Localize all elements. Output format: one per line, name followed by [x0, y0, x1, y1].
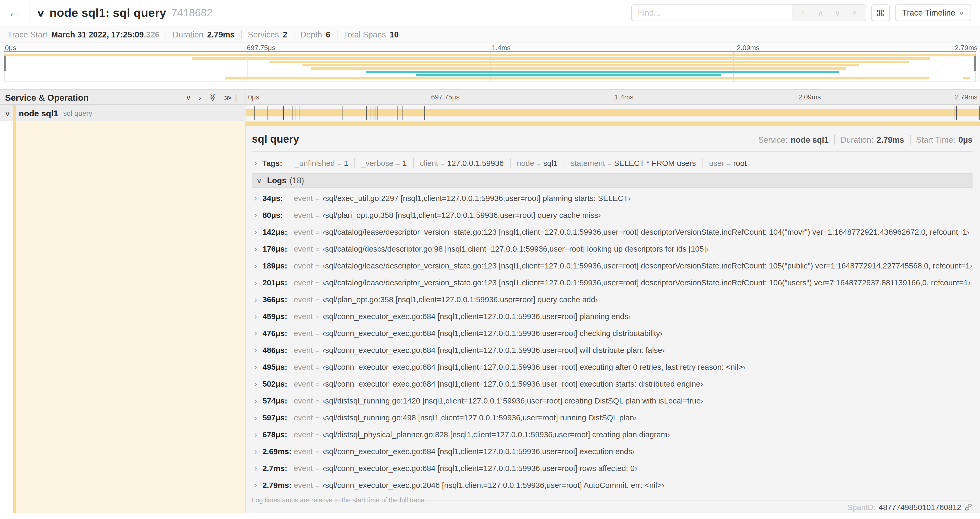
minimap-span-bar: [269, 61, 908, 63]
equals-sign: =: [315, 279, 319, 286]
span-collapse-icon[interactable]: ∨: [4, 109, 11, 117]
log-field-value: ‹sql/conn_executor_exec.go:684 [nsql1,cl…: [323, 363, 746, 371]
meta-label: Start Time:: [916, 135, 955, 145]
trace-id: 7418682: [171, 6, 213, 19]
summary-label: Depth: [300, 30, 322, 39]
log-entry[interactable]: ›189μs:event=‹sql/catalog/lease/descript…: [252, 257, 972, 274]
log-field-key: event: [294, 346, 313, 355]
log-entry[interactable]: ›142μs:event=‹sql/catalog/lease/descript…: [252, 224, 972, 240]
collapse-one-icon[interactable]: ∨: [186, 93, 191, 102]
log-entry[interactable]: ›495μs:event=‹sql/conn_executor_exec.go:…: [252, 358, 972, 375]
span-timeline-cell[interactable]: [245, 105, 980, 121]
log-entry[interactable]: ›476μs:event=‹sql/conn_executor_exec.go:…: [252, 325, 972, 342]
collapse-trace-icon[interactable]: ∨: [37, 8, 45, 18]
log-entry[interactable]: ›459μs:event=‹sql/conn_executor_exec.go:…: [252, 308, 972, 325]
log-entry[interactable]: ›2.79ms:event=‹sql/conn_executor_exec.go…: [252, 477, 972, 494]
log-timestamp: 495μs:: [262, 363, 294, 371]
chevron-right-icon: ›: [255, 329, 262, 338]
span-name-cell[interactable]: ∨ node sql1 sql query: [0, 105, 245, 121]
minimap-axis-label: 2.79ms: [955, 44, 978, 51]
column-resizer[interactable]: ∥: [232, 94, 240, 101]
log-marker: [378, 106, 378, 120]
log-entry[interactable]: ›176μs:event=‹sql/catalog/descs/descript…: [252, 240, 972, 257]
meta-label: Duration:: [841, 135, 873, 145]
tag-key: _unfinished: [295, 158, 335, 167]
log-timestamp: 201μs:: [262, 278, 294, 287]
log-entry[interactable]: ›2.7ms:event=‹sql/conn_executor_exec.go:…: [252, 460, 972, 477]
ruler-label: 2.09ms: [798, 93, 821, 101]
equals-sign: =: [315, 295, 319, 303]
span-detail-area: sql query Service:node sql1Duration:2.79…: [0, 121, 980, 513]
minimap-canvas[interactable]: [4, 51, 976, 81]
chevron-right-icon: ›: [255, 278, 262, 287]
summary-value: 6: [326, 30, 330, 39]
chevron-right-icon: ›: [255, 413, 262, 423]
expand-all-icon[interactable]: ≫: [224, 93, 232, 102]
log-field-key: event: [294, 312, 313, 321]
log-field-key: event: [294, 295, 313, 304]
tag-value: 1: [344, 158, 348, 167]
log-marker: [283, 106, 283, 120]
log-entry[interactable]: ›80μs:event=‹sql/plan_opt.go:358 [nsql1,…: [252, 206, 972, 224]
log-field-key: event: [294, 278, 313, 287]
summary-item: Trace StartMarch 31 2022, 17:25:09.326: [1, 30, 166, 39]
chevron-down-icon: ∨: [256, 177, 262, 184]
logs-header[interactable]: ∨ Logs (18): [252, 173, 972, 188]
equals-sign: =: [315, 482, 319, 489]
span-detail-highlight: [16, 121, 246, 513]
spacer: [0, 81, 980, 89]
logs-count: (18): [290, 176, 304, 185]
log-entry[interactable]: ›34μs:event=‹sql/exec_util.go:2297 [nsql…: [252, 190, 972, 206]
equals-sign: =: [315, 363, 319, 370]
log-entry[interactable]: ›678μs:event=‹sql/distsql_physical_plann…: [252, 426, 972, 443]
tags-row[interactable]: › Tags: _unfinished=1_verbose=1client=12…: [252, 155, 972, 171]
locate-icon[interactable]: ⌖: [795, 5, 812, 21]
log-marker: [299, 106, 299, 120]
log-entry[interactable]: ›2.69ms:event=‹sql/conn_executor_exec.go…: [252, 443, 972, 460]
log-list: ›34μs:event=‹sql/exec_util.go:2297 [nsql…: [252, 190, 972, 494]
log-entry[interactable]: ›574μs:event=‹sql/distsql_running.go:142…: [252, 392, 972, 409]
log-marker: [403, 106, 403, 120]
log-entry[interactable]: ›201μs:event=‹sql/catalog/lease/descript…: [252, 274, 972, 291]
ruler-label: 697.75μs: [431, 93, 460, 101]
minimap-axis: 0μs697.75μs1.4ms2.09ms2.79ms: [0, 43, 980, 51]
minimap-left-handle[interactable]: [5, 55, 6, 71]
tag-value: sql1: [543, 158, 557, 167]
tag-value: root: [733, 158, 746, 167]
minimap-span-bar: [192, 57, 930, 60]
log-marker: [979, 106, 980, 120]
next-result-icon[interactable]: ∨: [829, 5, 846, 21]
meta-value: node sql1: [791, 135, 829, 145]
clear-search-icon[interactable]: ×: [846, 5, 863, 21]
search-input[interactable]: [632, 5, 792, 21]
keyboard-shortcuts-button[interactable]: ⌘: [871, 5, 889, 21]
equals-sign: =: [315, 313, 319, 320]
view-options-dropdown[interactable]: Trace Timeline ∨: [895, 5, 971, 21]
tag-key: user: [709, 158, 724, 167]
minimap-right-handle[interactable]: [974, 55, 976, 71]
collapse-all-icon[interactable]: ≫: [208, 93, 217, 101]
prev-result-icon[interactable]: ∧: [812, 5, 829, 21]
column-divider: [245, 90, 246, 105]
summary-label: Total Spans: [344, 30, 386, 39]
chevron-right-icon: ›: [255, 379, 262, 389]
span-detail-bar: [245, 121, 980, 126]
expand-one-icon[interactable]: ›: [199, 93, 201, 102]
meta-value: 0μs: [958, 135, 972, 145]
log-field-key: event: [294, 363, 313, 371]
log-field-key: event: [294, 447, 313, 456]
log-entry[interactable]: ›486μs:event=‹sql/conn_executor_exec.go:…: [252, 342, 972, 358]
equals-sign: =: [315, 397, 319, 404]
log-entry[interactable]: ›502μs:event=‹sql/conn_executor_exec.go:…: [252, 375, 972, 392]
span-row[interactable]: ∨ node sql1 sql query: [0, 105, 980, 121]
tag: client=127.0.0.1:59936: [414, 158, 510, 167]
link-icon[interactable]: [964, 503, 973, 511]
log-entry[interactable]: ›597μs:event=‹sql/distsql_running.go:498…: [252, 409, 972, 426]
log-field-value: ‹sql/conn_executor_exec.go:2046 [nsql1,c…: [323, 481, 664, 489]
log-entry[interactable]: ›366μs:event=‹sql/plan_opt.go:358 [nsql1…: [252, 291, 972, 308]
ruler-label: 1.4ms: [615, 93, 633, 101]
span-service-name: node sql1: [19, 109, 58, 118]
trace-timeline-page: ← ∨ node sql1: sql query 7418682 ⌖ ∧ ∨ ×…: [0, 0, 980, 519]
minimap-axis-label: 1.4ms: [492, 44, 511, 51]
back-button[interactable]: ←: [0, 0, 30, 26]
